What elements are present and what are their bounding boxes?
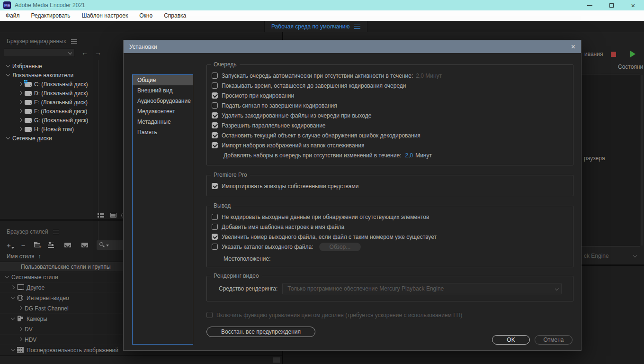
checkbox[interactable] <box>212 122 218 128</box>
checkbox[interactable] <box>212 112 218 118</box>
tree-row-label: H: (Новый том) <box>34 126 74 133</box>
checkbox[interactable] <box>212 224 218 230</box>
new-group-icon[interactable] <box>34 243 40 247</box>
expander-chevron-icon[interactable] <box>6 136 12 141</box>
dialog-titlebar[interactable]: Установки × <box>124 40 581 53</box>
renderer-select-value: Только программное обеспечение Mercury P… <box>287 285 444 292</box>
expander-chevron-icon[interactable] <box>18 327 25 332</box>
restore-button[interactable] <box>600 0 622 10</box>
browse-button[interactable]: Обзор... <box>319 243 361 251</box>
checkbox[interactable] <box>212 92 218 99</box>
checkbox[interactable] <box>212 82 218 89</box>
dialog-close-icon[interactable]: × <box>571 43 575 51</box>
thumbnail-view-icon[interactable] <box>110 213 116 218</box>
ok-button[interactable]: OK <box>492 335 530 345</box>
stop-queue-button[interactable] <box>611 52 616 57</box>
expander-chevron-icon[interactable] <box>6 73 12 78</box>
workspace-menu-icon[interactable] <box>354 25 360 29</box>
panel-menu-icon[interactable] <box>71 39 77 44</box>
expander-chevron-icon[interactable] <box>6 64 12 69</box>
tree-row[interactable]: F: (Локальный диск) <box>0 107 98 116</box>
media-browser-path-dropdown[interactable] <box>4 48 75 57</box>
checkbox[interactable] <box>212 244 218 250</box>
scrollbar-thumb[interactable] <box>273 357 280 363</box>
checkbox[interactable] <box>212 132 218 138</box>
tree-row[interactable]: C: (Локальный диск) <box>0 80 98 89</box>
close-button[interactable]: × <box>622 0 644 10</box>
category-item[interactable]: Внешний вид <box>133 85 193 96</box>
styles-row-label: DG Fast Channel <box>25 305 69 312</box>
sort-ascending-icon[interactable]: ↑ <box>38 253 41 260</box>
checkbox[interactable] <box>212 214 218 220</box>
minimize-button[interactable] <box>579 0 600 10</box>
expander-chevron-icon[interactable] <box>14 264 21 269</box>
start-queue-button[interactable] <box>630 51 635 57</box>
preset-name-column-header[interactable]: Имя стиля <box>7 253 34 260</box>
queue-vertical-scrollbar[interactable] <box>641 75 643 246</box>
location-row: Местоположение: <box>212 255 568 263</box>
tree-row[interactable]: E: (Локальный диск) <box>0 98 98 107</box>
tree-row[interactable]: G: (Локальный диск) <box>0 116 98 125</box>
preset-settings-icon[interactable] <box>48 243 54 248</box>
forward-button[interactable]: → <box>95 49 101 56</box>
category-item[interactable]: Медиаконтент <box>133 106 193 117</box>
checkbox[interactable] <box>212 183 218 189</box>
expander-chevron-icon[interactable] <box>5 275 11 280</box>
cancel-button[interactable]: Отмена <box>535 335 572 345</box>
list-view-icon[interactable] <box>98 213 105 218</box>
checkbox-row: Подать сигнал по завершении кодирования <box>212 100 568 110</box>
category-item[interactable]: Метаданные <box>133 117 193 127</box>
checkbox[interactable] <box>212 102 218 109</box>
tree-row[interactable]: Сетевые диски <box>0 134 98 143</box>
menubar-item[interactable]: Справка <box>158 10 192 21</box>
menubar-item[interactable]: Редактировать <box>26 10 76 21</box>
expander-chevron-icon[interactable] <box>18 82 25 87</box>
remove-preset-button[interactable]: − <box>21 241 26 249</box>
minimize-icon <box>587 5 592 6</box>
checkbox <box>206 312 213 318</box>
checkbox-label: Разрешить параллельное кодирование <box>222 122 326 129</box>
category-item[interactable]: Память <box>133 127 193 137</box>
expander-chevron-icon[interactable] <box>10 285 17 290</box>
tree-row[interactable]: H: (Новый том) <box>0 125 98 134</box>
expander-chevron-icon[interactable] <box>18 91 25 96</box>
checkbox[interactable] <box>212 142 218 148</box>
category-item[interactable]: Общие <box>133 75 193 85</box>
horizontal-scrollbar[interactable] <box>0 355 282 364</box>
expander-chevron-icon[interactable] <box>10 348 17 353</box>
add-preset-button[interactable]: + <box>7 241 14 249</box>
value-editable[interactable]: 2,0 <box>405 152 413 159</box>
panel-menu-icon[interactable] <box>53 230 59 234</box>
checkbox[interactable] <box>212 234 218 240</box>
checkbox[interactable] <box>212 73 218 79</box>
menubar-item[interactable]: Файл <box>0 10 26 21</box>
styles-row-label: Интернет-видео <box>27 295 69 301</box>
restore-icon <box>609 3 614 8</box>
queue-hint-text-clipped: раузера <box>584 155 605 162</box>
expander-chevron-icon[interactable] <box>18 127 25 132</box>
tree-row[interactable]: D: (Локальный диск) <box>0 89 98 98</box>
tree-row[interactable]: Избранные <box>0 62 98 71</box>
workspace-tab[interactable]: Рабочая среда по умолчанию <box>264 21 367 32</box>
renderer-select[interactable]: Только программное обеспечение Mercury P… <box>282 283 562 294</box>
expander-chevron-icon[interactable] <box>10 296 17 300</box>
expander-chevron-icon[interactable] <box>18 109 25 114</box>
menubar-item[interactable]: Окно <box>134 10 158 21</box>
checkbox-label: Просмотр при кодировании <box>222 92 294 99</box>
back-button[interactable]: ← <box>81 49 88 56</box>
expander-chevron-icon[interactable] <box>10 317 17 321</box>
expander-chevron-icon[interactable] <box>18 100 25 105</box>
reset-warnings-button[interactable]: Восстан. все предупреждения <box>206 327 315 337</box>
search-options-chevron-icon[interactable] <box>106 245 109 246</box>
preferences-dialog: Установки × Общие Внешний вид Аудиообору… <box>123 40 581 351</box>
menubar-item[interactable]: Шаблон настроек <box>76 10 134 21</box>
styles-browser-title: Браузер стилей <box>7 228 48 235</box>
category-item[interactable]: Аудиооборудование <box>133 96 193 106</box>
display-cm-row: Включить функцию управления цветом диспл… <box>206 310 573 320</box>
apply-to-queue-icon[interactable] <box>81 243 88 247</box>
apply-preset-icon[interactable] <box>64 243 71 247</box>
tree-row[interactable]: Локальные накопители <box>0 71 98 80</box>
expander-chevron-icon[interactable] <box>18 118 25 123</box>
expander-chevron-icon[interactable] <box>18 337 25 342</box>
expander-chevron-icon[interactable] <box>18 306 25 311</box>
